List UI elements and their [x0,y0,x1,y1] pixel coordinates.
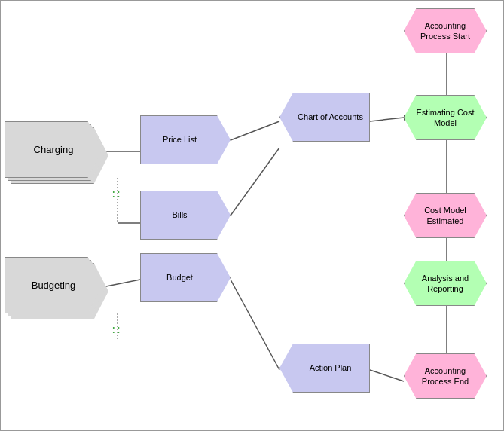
price-list-shape: Price List [140,115,231,164]
acct-start-label: Accounting Process Start [420,20,470,42]
svg-line-7 [231,148,279,216]
cost-estimated-label: Cost Model Estimated [424,205,466,227]
budget-label: Budget [166,272,193,283]
svg-line-6 [231,121,279,140]
action-plan-flag: Action Plan [279,344,370,393]
cost-estimated-shape: Cost Model Estimated [404,193,487,238]
acct-end-label: Accounting Process End [422,365,469,387]
chart-of-accounts-flag: Chart of Accounts [279,93,370,142]
action-plan-label: Action Plan [310,362,352,373]
cost-estimated-hex: Cost Model Estimated [404,193,487,238]
diagram: Charging ∷ Budgeting ∷ Price List Bills … [0,0,504,431]
bills-label: Bills [172,209,187,220]
estimating-hex: Estimating Cost Model [404,95,487,140]
chart-of-accounts-shape: Chart of Accounts [279,93,370,142]
analysis-hex: Analysis and Reporting [404,261,487,306]
charging-dots: ∷ [112,188,121,202]
budgeting-dots: ∷ [112,323,121,338]
budgeting-label: Budgeting [5,257,102,313]
bills-shape: Bills [140,191,231,240]
acct-end-hex: Accounting Process End [404,353,487,399]
estimating-shape: Estimating Cost Model [404,95,487,140]
price-list-flag: Price List [140,115,231,164]
bills-flag: Bills [140,191,231,240]
svg-line-12 [370,370,404,381]
acct-start-shape: Accounting Process Start [404,8,487,53]
budget-shape: Budget [140,253,231,302]
analysis-label: Analysis and Reporting [422,273,469,295]
price-list-label: Price List [163,134,197,145]
svg-line-10 [102,280,140,287]
chart-of-accounts-label: Chart of Accounts [298,112,363,122]
analysis-shape: Analysis and Reporting [404,261,487,306]
action-plan-shape: Action Plan [279,344,370,393]
estimating-label: Estimating Cost Model [416,107,474,129]
acct-start-hex: Accounting Process Start [404,8,487,53]
svg-line-8 [370,118,404,121]
charging-label: Charging [5,121,102,178]
budget-flag: Budget [140,253,231,302]
svg-line-11 [231,280,279,370]
acct-end-shape: Accounting Process End [404,353,487,399]
